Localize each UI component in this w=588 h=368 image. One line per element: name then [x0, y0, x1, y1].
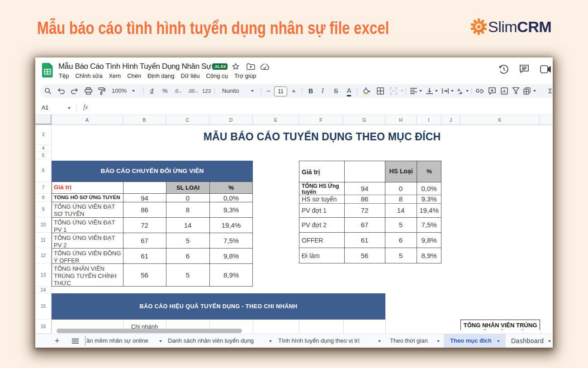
- svg-text:A: A: [457, 88, 460, 92]
